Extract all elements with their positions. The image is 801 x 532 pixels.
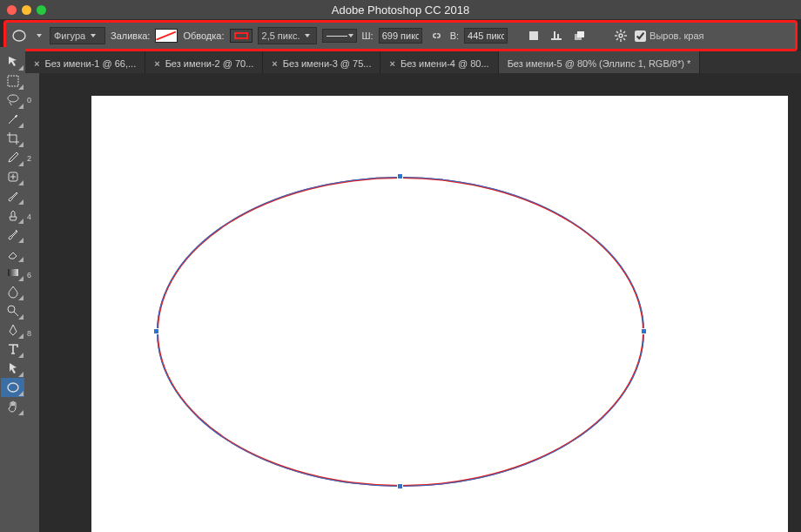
anchor-bottom[interactable] <box>397 483 403 489</box>
history-brush-tool[interactable] <box>1 225 24 244</box>
tab-label: Без имени-1 @ 66,... <box>44 58 136 69</box>
svg-rect-3 <box>554 31 555 38</box>
tab-label: Без имени-2 @ 70... <box>165 58 254 69</box>
document-tab-active[interactable]: Без имени-5 @ 80% (Эллипс 1, RGB/8*) * <box>499 51 701 76</box>
svg-rect-6 <box>577 31 584 37</box>
anchor-left[interactable] <box>153 328 159 334</box>
dodge-tool[interactable] <box>1 301 24 320</box>
path-alignment-icon[interactable] <box>548 27 565 44</box>
svg-rect-19 <box>8 269 18 276</box>
stroke-width-value: 2,5 пикс. <box>262 30 300 41</box>
height-label: В: <box>450 30 459 41</box>
svg-line-13 <box>623 38 625 40</box>
close-icon[interactable]: × <box>389 58 394 69</box>
svg-point-17 <box>16 115 17 117</box>
path-arrangement-icon[interactable] <box>570 27 588 44</box>
ruler-tick: 8 <box>27 329 31 338</box>
brush-tool[interactable] <box>1 186 24 205</box>
tab-label: Без имени-3 @ 75... <box>283 58 372 69</box>
height-input[interactable] <box>464 28 508 44</box>
svg-rect-4 <box>557 34 559 38</box>
minimize-window-button[interactable] <box>22 5 31 15</box>
svg-rect-2 <box>551 38 562 40</box>
tools-panel <box>0 47 25 532</box>
type-tool[interactable] <box>1 340 24 359</box>
pen-tool[interactable] <box>1 320 24 340</box>
tab-label: Без имени-4 @ 80... <box>400 58 489 69</box>
width-input[interactable] <box>379 28 422 44</box>
svg-line-14 <box>623 31 625 33</box>
stroke-width-dropdown[interactable]: 2,5 пикс. <box>258 27 317 44</box>
tab-label: Без имени-5 @ 80% (Эллипс 1, RGB/8*) * <box>508 58 691 69</box>
current-tool-icon[interactable] <box>10 28 29 44</box>
svg-point-21 <box>8 383 18 392</box>
fill-label: Заливка: <box>111 30 150 41</box>
maximize-window-button[interactable] <box>37 5 46 15</box>
ruler-tick: 0 <box>27 96 31 104</box>
ellipse-path-overlay <box>157 177 644 487</box>
svg-point-20 <box>8 306 15 313</box>
svg-rect-16 <box>8 76 18 86</box>
stroke-label: Обводка: <box>183 30 224 41</box>
workarea <box>39 73 801 532</box>
fill-swatch[interactable] <box>155 29 178 43</box>
svg-rect-1 <box>529 31 538 40</box>
stroke-style-dropdown[interactable] <box>322 29 357 43</box>
clone-stamp-tool[interactable] <box>1 205 24 225</box>
healing-brush-tool[interactable] <box>1 167 24 186</box>
path-operations-icon[interactable] <box>525 27 542 44</box>
gradient-tool[interactable] <box>1 263 24 282</box>
tool-preset-dropdown[interactable] <box>34 28 44 44</box>
link-dimensions-icon[interactable] <box>427 27 445 44</box>
magic-wand-tool[interactable] <box>1 110 24 129</box>
close-icon[interactable]: × <box>272 58 277 69</box>
lasso-tool[interactable] <box>1 91 24 110</box>
settings-gear-icon[interactable] <box>612 27 629 44</box>
rectangular-marquee-tool[interactable] <box>1 71 24 91</box>
stroke-swatch[interactable] <box>230 29 252 43</box>
svg-point-7 <box>619 34 623 37</box>
align-edges-input[interactable] <box>635 30 646 42</box>
blur-tool[interactable] <box>1 282 24 301</box>
document-tab[interactable]: ×Без имени-1 @ 66,... <box>25 51 145 76</box>
align-edges-label: Выров. края <box>650 30 703 41</box>
canvas[interactable] <box>91 96 788 532</box>
svg-point-0 <box>13 30 25 41</box>
titlebar: Adobe Photoshop CC 2018 <box>0 0 801 19</box>
shape-mode-dropdown[interactable]: Фигура <box>50 27 105 44</box>
shape-mode-label: Фигура <box>54 30 85 41</box>
width-label: Ш: <box>362 30 374 41</box>
options-bar: Фигура Заливка: Обводка: 2,5 пикс. Ш: В:… <box>6 23 795 49</box>
ruler-vertical: 02468 <box>25 73 39 532</box>
close-icon[interactable]: × <box>34 58 39 69</box>
align-edges-checkbox[interactable]: Выров. края <box>635 30 703 42</box>
anchor-top[interactable] <box>397 173 403 179</box>
document-tab[interactable]: ×Без имени-3 @ 75... <box>263 51 380 76</box>
move-tool[interactable] <box>1 52 24 71</box>
ruler-tick: 2 <box>27 154 31 163</box>
svg-line-12 <box>616 31 618 33</box>
anchor-right[interactable] <box>641 328 647 334</box>
ruler-tick: 6 <box>27 271 31 279</box>
document-tab[interactable]: ×Без имени-2 @ 70... <box>145 51 263 76</box>
close-icon[interactable]: × <box>154 58 159 69</box>
ellipse-shape-tool[interactable] <box>1 378 24 397</box>
crop-tool[interactable] <box>1 129 24 148</box>
svg-line-15 <box>616 38 618 40</box>
eraser-tool[interactable] <box>1 244 24 263</box>
ruler-tick: 4 <box>27 212 31 221</box>
window-controls <box>7 5 46 15</box>
path-selection-tool[interactable] <box>1 359 24 378</box>
document-tab[interactable]: ×Без имени-4 @ 80... <box>380 51 498 76</box>
eyedropper-tool[interactable] <box>1 148 24 167</box>
hand-tool[interactable] <box>1 397 24 416</box>
app-title: Adobe Photoshop CC 2018 <box>0 3 801 17</box>
document-tabbar: ×Без имени-1 @ 66,... ×Без имени-2 @ 70.… <box>25 51 801 76</box>
close-window-button[interactable] <box>7 5 17 15</box>
options-bar-highlight: Фигура Заливка: Обводка: 2,5 пикс. Ш: В:… <box>3 20 798 51</box>
